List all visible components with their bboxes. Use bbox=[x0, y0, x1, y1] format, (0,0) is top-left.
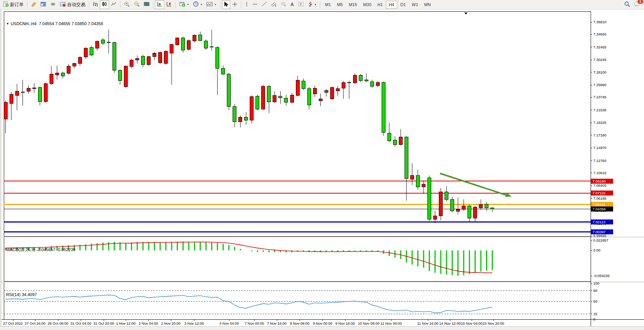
candle-body bbox=[491, 208, 494, 209]
candle-body bbox=[439, 192, 443, 216]
chart-region[interactable]: ▼USDCNH-,H4 7.04554 7.04655 7.03850 7.04… bbox=[0, 10, 644, 330]
candle-body bbox=[393, 140, 397, 144]
candle-body bbox=[227, 74, 231, 106]
time-tick-label: 7 Nov 00:00 bbox=[244, 321, 264, 325]
candlestick-icon bbox=[102, 1, 107, 8]
time-tick-label: 27 Oct 2022 bbox=[3, 321, 23, 325]
price-axis[interactable]: 7.368107.346657.324557.302457.281007.258… bbox=[591, 20, 613, 238]
time-tick-label: 31 Oct 04:00 bbox=[71, 321, 91, 325]
tab-timeframe-D1[interactable]: D1 bbox=[397, 1, 409, 9]
marker-button[interactable] bbox=[29, 0, 39, 9]
rsi-tick-label: 50 bbox=[593, 299, 597, 303]
broadcast-icon bbox=[50, 2, 56, 8]
indicators-button[interactable]: ▼ bbox=[204, 0, 218, 9]
time-tick-label: 14 Nov 12:00 bbox=[439, 321, 461, 325]
candle-body bbox=[50, 74, 53, 84]
text-button[interactable]: A bbox=[289, 0, 296, 9]
tile-windows-button[interactable] bbox=[142, 0, 151, 9]
candle-body bbox=[485, 204, 488, 208]
tab-timeframe-W1[interactable]: W1 bbox=[409, 1, 421, 9]
new-order-button[interactable]: 新订单 bbox=[1, 0, 26, 9]
horizontal-line-button[interactable] bbox=[251, 0, 260, 9]
candle-body bbox=[399, 137, 402, 144]
candle-body bbox=[456, 210, 460, 211]
new-chart-button[interactable]: ▼ bbox=[177, 0, 191, 9]
candle-body bbox=[181, 38, 185, 50]
candle-body bbox=[410, 176, 414, 179]
candle-body bbox=[445, 192, 448, 199]
price-tick-label: 7.08405 bbox=[593, 183, 606, 187]
time-tick-label: 7 Nov 16:00 bbox=[267, 321, 286, 325]
collapse-triangle-icon: ▼ bbox=[6, 22, 9, 26]
zoom-in-icon bbox=[124, 1, 130, 8]
search-button[interactable] bbox=[622, 0, 632, 9]
svg-text:E: E bbox=[275, 5, 276, 7]
zoom-in-button[interactable] bbox=[122, 0, 132, 9]
status-strip bbox=[0, 326, 644, 330]
broadcast-button[interactable] bbox=[48, 0, 58, 9]
tab-timeframe-H4[interactable]: H4 bbox=[386, 1, 397, 9]
candle-body bbox=[112, 43, 116, 70]
autotrade-button[interactable]: 自动交易 bbox=[58, 0, 87, 9]
candle-body bbox=[474, 207, 477, 218]
candle-body bbox=[55, 73, 59, 75]
chat-button[interactable]: 1 bbox=[632, 0, 643, 9]
tab-timeframe-M5[interactable]: M5 bbox=[334, 1, 346, 9]
fibonacci-button[interactable]: F bbox=[279, 0, 289, 9]
candle-body bbox=[107, 42, 110, 42]
price-tick-label: 7.21535 bbox=[593, 108, 606, 112]
arrows-button[interactable]: ▼ bbox=[306, 0, 319, 9]
vertical-line-button[interactable] bbox=[243, 0, 251, 9]
candle-body bbox=[101, 40, 104, 43]
chart-shift-button[interactable] bbox=[164, 0, 174, 9]
time-tick-label: 2 Nov 20:00 bbox=[161, 321, 180, 325]
candle-body bbox=[284, 98, 288, 102]
tab-timeframe-M30[interactable]: M30 bbox=[360, 1, 374, 9]
fibonacci-icon: F bbox=[281, 2, 287, 8]
chevron-down-icon: ▼ bbox=[187, 3, 189, 6]
text-icon: A bbox=[291, 2, 294, 7]
candle-body bbox=[244, 117, 248, 120]
separator bbox=[241, 2, 241, 8]
auto-scroll-icon bbox=[157, 2, 162, 8]
candle-body bbox=[319, 99, 322, 101]
channel-button[interactable]: E bbox=[269, 0, 279, 9]
zoom-out-button[interactable] bbox=[132, 0, 142, 9]
bar-chart-button[interactable] bbox=[91, 0, 100, 9]
marker-icon bbox=[31, 2, 37, 8]
chevron-down-icon: ▼ bbox=[200, 3, 202, 6]
time-tick-label: 11 Nov 16:00 bbox=[417, 321, 438, 325]
tab-timeframe-M15[interactable]: M15 bbox=[346, 1, 360, 9]
macd-indicator-label: MACD(12,26,9) -0.045657 -0.052239 bbox=[6, 247, 75, 252]
time-tick-label: 15 Nov 04:00 bbox=[461, 321, 483, 325]
price-tick-label: 7.14970 bbox=[593, 146, 606, 150]
autotrade-icon bbox=[60, 2, 66, 8]
candle-body bbox=[10, 94, 13, 103]
line-chart-button[interactable] bbox=[109, 0, 119, 9]
text-label-button[interactable]: T bbox=[296, 0, 306, 9]
time-axis[interactable]: 27 Oct 202227 Oct 16:0028 Oct 08:0031 Oc… bbox=[2, 319, 644, 325]
time-tick-label: 3 Nov 12:00 bbox=[184, 321, 204, 325]
tab-timeframe-M1[interactable]: M1 bbox=[322, 1, 334, 9]
tab-timeframe-MN[interactable]: MN bbox=[421, 1, 434, 9]
time-tick-label: 31 Oct 20:00 bbox=[93, 321, 114, 325]
macd-tick-label: 0.00 bbox=[593, 248, 601, 252]
candle-body bbox=[468, 206, 471, 218]
chat-icon: 1 bbox=[634, 1, 641, 8]
auto-scroll-button[interactable] bbox=[155, 0, 164, 9]
bar-chart-icon bbox=[93, 2, 98, 8]
candle-body bbox=[382, 83, 385, 132]
candlestick-button[interactable] bbox=[100, 0, 109, 9]
candle-body bbox=[434, 216, 437, 219]
chart-canvas[interactable]: 7.368107.346657.324557.302457.281007.258… bbox=[2, 10, 644, 330]
macd-tick-label: -0.059235 bbox=[593, 274, 610, 278]
trendline-button[interactable] bbox=[260, 0, 269, 9]
crosshair-button[interactable] bbox=[230, 0, 239, 9]
period-clock-button[interactable]: ▼ bbox=[191, 0, 204, 9]
chart-window-button[interactable] bbox=[39, 0, 48, 9]
time-tick-label: 28 Oct 08:00 bbox=[48, 321, 68, 325]
candle-body bbox=[479, 204, 483, 208]
cursor-button[interactable] bbox=[222, 0, 230, 9]
price-tick-label: 7.10615 bbox=[593, 171, 606, 175]
tab-timeframe-H1[interactable]: H1 bbox=[374, 1, 386, 9]
